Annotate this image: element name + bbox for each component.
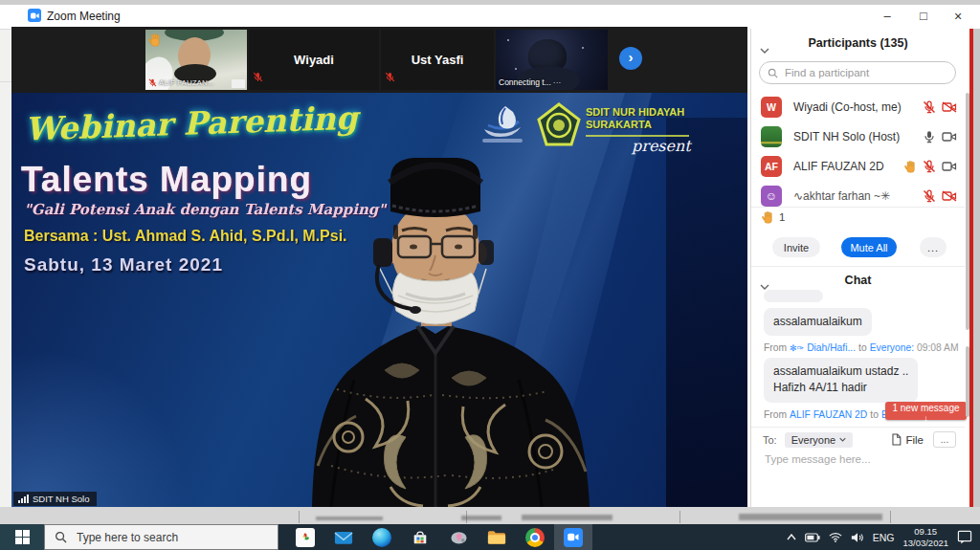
background-text-smudge (461, 516, 501, 520)
raised-hand-icon (148, 33, 162, 51)
new-message-button[interactable]: 1 new message ↓ (885, 402, 967, 420)
chrome-browser-icon[interactable] (516, 524, 554, 550)
tray-expand-icon[interactable] (787, 534, 796, 540)
video-tile-alif-fauzan[interactable]: ALIF FAUZAN... (145, 30, 247, 90)
participant-search-input[interactable] (783, 66, 947, 79)
participant-row[interactable]: AF ALIF FAUZAN 2D (751, 151, 965, 181)
light-beam (11, 349, 189, 507)
battery-icon[interactable] (805, 533, 820, 542)
message-time: 09:08 AM (917, 342, 969, 353)
windows-taskbar: ENG 09.15 13/03/2021 (0, 524, 980, 550)
invite-button[interactable]: Invite (772, 237, 820, 257)
chevron-down-icon (839, 437, 846, 442)
taskbar-clock[interactable]: 09.15 13/03/2021 (902, 526, 948, 548)
side-panel: Participants (135) W Wiyadi (Co-host, me… (750, 29, 965, 517)
raised-hand-icon (762, 210, 774, 224)
school-badge-icon (536, 102, 582, 148)
chat-message-input[interactable] (763, 452, 954, 466)
chat-message-meta: From ✻✑ Diah/Hafi... to Everyone: 09:08 … (764, 342, 955, 353)
org-name-line2: SURAKARTA (586, 119, 652, 130)
avatar: ☺ (761, 186, 782, 207)
background-text-smudge (316, 517, 383, 520)
video-tile-wiyadi[interactable]: Wiyadi (249, 30, 379, 90)
chat-header: Chat (751, 274, 965, 287)
raised-hands-summary: 1 (762, 210, 785, 224)
slide-script-title: Webinar Parenting (24, 98, 389, 147)
background-window-sliver (0, 29, 11, 507)
zoom-app-icon (28, 9, 41, 22)
video-tile-ust-yasfi[interactable]: Ust Yasfi (381, 30, 494, 90)
paint3d-app-icon[interactable] (439, 524, 478, 550)
background-text-smudge (522, 515, 612, 520)
chat-bubble: assalamualaikum ustadz .. Hafizh 4A/11 h… (764, 358, 918, 403)
language-indicator[interactable]: ENG (873, 532, 895, 543)
slide-presenter-line: Bersama : Ust. Ahmad S. Ahid, S.Pd.I, M.… (24, 228, 347, 245)
zoom-app-icon-taskbar[interactable] (554, 524, 592, 550)
file-button[interactable]: File (891, 433, 924, 446)
window-titlebar: Zoom Meeting – □ × (0, 5, 980, 29)
photo-app-icon[interactable] (286, 524, 324, 550)
present-word: present (632, 137, 691, 155)
participant-row[interactable]: W Wiyadi (Co-host, me) (751, 92, 965, 121)
divider (679, 511, 680, 523)
mute-all-button[interactable]: Mute All (841, 237, 897, 257)
divider (0, 81, 11, 82)
mail-app-icon[interactable] (324, 524, 363, 550)
sender-link[interactable]: ALIF FAUZAN 2D (790, 409, 867, 420)
avatar: W (761, 97, 782, 118)
mic-muted-icon (253, 69, 263, 86)
taskbar-search-input[interactable] (75, 530, 268, 545)
camera-off-icon (942, 101, 957, 113)
next-videos-button[interactable]: › (619, 47, 642, 70)
wifi-icon[interactable] (829, 532, 842, 542)
taskbar-app-icons (286, 524, 592, 550)
edge-browser-icon[interactable] (363, 524, 401, 550)
mic-muted-icon (923, 160, 936, 173)
clock-date: 13/03/2021 (902, 538, 948, 548)
participants-header: Participants (135) (751, 36, 965, 50)
divider (751, 207, 965, 208)
minimize-button[interactable]: – (875, 7, 900, 26)
participants-more-button[interactable]: ... (920, 237, 947, 257)
raised-hands-count: 1 (779, 211, 785, 223)
background-text-smudge (739, 514, 882, 520)
chat-more-button[interactable]: ... (933, 431, 956, 448)
video-tile-label: Connecting t... ··· (499, 77, 561, 87)
search-icon (55, 531, 67, 543)
foundation-logo-icon (477, 100, 528, 144)
chat-bubble-partial (764, 290, 823, 302)
raised-hand-icon (904, 160, 917, 173)
camera-on-icon (942, 161, 957, 172)
action-center-icon[interactable] (957, 530, 972, 544)
microsoft-store-icon[interactable] (401, 524, 439, 550)
taskbar-search[interactable] (44, 524, 278, 550)
backdrop-pillar (666, 118, 747, 507)
file-explorer-icon[interactable] (478, 524, 516, 550)
start-button[interactable] (0, 524, 44, 550)
slide-date-line: Sabtu, 13 Maret 2021 (24, 254, 223, 275)
sender-link[interactable]: Diah/Hafi... (807, 342, 856, 353)
recipient-link[interactable]: Everyone: (870, 342, 914, 353)
slide-main-title: Talents Mapping (21, 160, 312, 200)
chat-send-controls: To: Everyone File ... (763, 431, 956, 448)
video-filmstrip: ALIF FAUZAN... Wiyadi Ust Yasfi Connecti… (11, 27, 747, 93)
recipient-dropdown[interactable]: Everyone (785, 432, 853, 448)
video-tile-connecting[interactable]: Connecting t... ··· (496, 30, 608, 90)
chat-message-meta: From ALIF FAUZAN 2D to Ever... (764, 409, 902, 420)
video-tile-label: ALIF FAUZAN... (148, 78, 213, 87)
slide-quote: "Gali Potensi Anak dengan Talents Mappin… (24, 201, 386, 218)
clock-time: 09.15 (902, 526, 948, 537)
mic-muted-icon (923, 100, 936, 114)
maximize-button[interactable]: □ (911, 7, 936, 26)
close-button[interactable]: × (946, 7, 970, 26)
mic-muted-icon (923, 189, 936, 203)
participant-row[interactable]: SDIT NH Solo (Host) (751, 121, 965, 151)
file-icon (891, 433, 902, 446)
volume-icon[interactable] (851, 532, 864, 543)
mic-on-icon (923, 130, 936, 143)
org-name-line1: SDIT NUR HIDAYAH (586, 106, 684, 118)
connection-quality-label: SDIT NH Solo (13, 492, 97, 506)
signal-bars-icon (18, 495, 29, 503)
search-icon (768, 68, 778, 78)
participant-search (759, 61, 956, 84)
